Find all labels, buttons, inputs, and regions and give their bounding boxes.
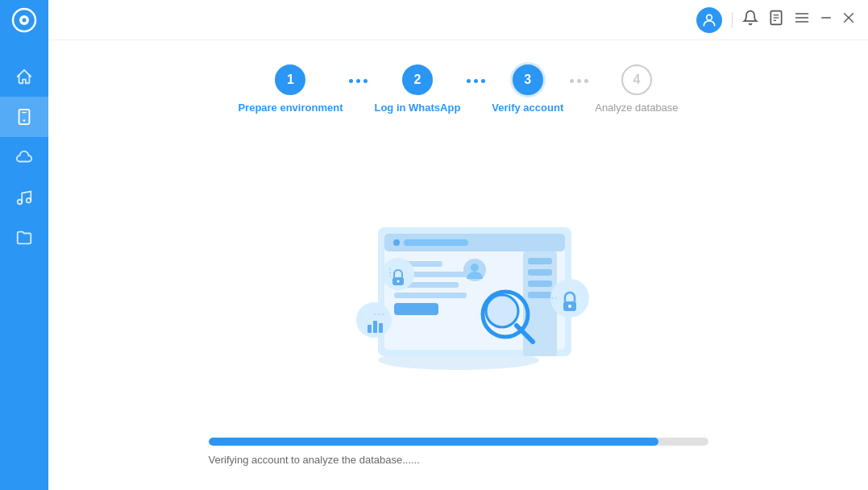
svg-point-6 <box>18 200 23 205</box>
svg-rect-36 <box>528 269 552 276</box>
svg-point-25 <box>393 239 400 246</box>
step-4-label: Analyze database <box>595 102 678 114</box>
svg-rect-49 <box>368 325 372 333</box>
svg-rect-50 <box>373 321 377 333</box>
user-avatar[interactable] <box>696 7 722 33</box>
progress-bar-background <box>209 438 708 446</box>
dot <box>577 79 581 83</box>
close-icon[interactable] <box>842 11 855 28</box>
step-1-label: Prepare environment <box>238 102 343 114</box>
svg-point-33 <box>471 264 479 272</box>
progress-text: Verifying account to analyze the databas… <box>209 454 708 466</box>
sidebar-item-device[interactable] <box>0 97 48 137</box>
connector-2-3 <box>460 79 492 83</box>
minimize-icon[interactable] <box>820 11 833 28</box>
svg-point-44 <box>568 305 571 308</box>
doc-icon[interactable] <box>768 10 784 30</box>
svg-rect-51 <box>379 323 383 333</box>
step-2: 2 Log in WhatsApp <box>374 64 460 114</box>
svg-rect-26 <box>404 239 468 246</box>
dot <box>363 79 368 83</box>
svg-rect-37 <box>528 280 552 287</box>
svg-point-2 <box>23 19 27 23</box>
svg-point-8 <box>707 15 712 20</box>
connector-3-4 <box>563 79 595 83</box>
step-2-label: Log in WhatsApp <box>374 102 460 114</box>
progress-bar-fill <box>209 438 658 446</box>
step-3: 3 Verify account <box>492 64 563 114</box>
illustration-area <box>81 138 836 421</box>
step-3-label: Verify account <box>492 102 563 114</box>
svg-point-47 <box>397 280 399 283</box>
dot <box>481 79 485 83</box>
svg-rect-38 <box>528 292 552 298</box>
sidebar-item-cloud[interactable] <box>0 137 48 177</box>
dot <box>584 79 588 83</box>
step-1-circle: 1 <box>275 64 305 95</box>
svg-rect-31 <box>394 303 438 315</box>
connector-1-2 <box>343 79 374 83</box>
step-3-circle: 3 <box>513 64 543 95</box>
app-logo <box>0 0 48 40</box>
step-4-circle: 4 <box>621 64 652 95</box>
dot <box>356 79 360 83</box>
svg-point-40 <box>486 295 518 327</box>
svg-rect-35 <box>528 258 552 264</box>
step-1: 1 Prepare environment <box>238 64 343 114</box>
monitor-svg <box>305 179 612 380</box>
dot <box>349 79 353 83</box>
main-content: 1 Prepare environment 2 Log in WhatsApp <box>48 0 868 490</box>
svg-point-7 <box>27 198 31 203</box>
svg-rect-3 <box>19 110 30 124</box>
page-content: 1 Prepare environment 2 Log in WhatsApp <box>48 40 868 490</box>
dot <box>570 79 574 83</box>
dot <box>474 79 478 83</box>
menu-icon[interactable] <box>794 10 810 30</box>
sidebar-item-files[interactable] <box>0 218 48 258</box>
dot <box>467 79 471 83</box>
progress-container: Verifying account to analyze the databas… <box>209 438 708 466</box>
titlebar <box>48 0 868 40</box>
sidebar-item-home[interactable] <box>0 56 48 97</box>
svg-rect-30 <box>394 293 467 298</box>
steps-progress: 1 Prepare environment 2 Log in WhatsApp <box>81 64 836 114</box>
sidebar <box>0 0 48 490</box>
step-2-circle: 2 <box>402 64 433 95</box>
titlebar-divider <box>732 12 733 28</box>
sidebar-item-music[interactable] <box>0 177 48 218</box>
svg-point-4 <box>23 119 26 122</box>
step-4: 4 Analyze database <box>595 64 678 114</box>
bell-icon[interactable] <box>742 10 758 30</box>
